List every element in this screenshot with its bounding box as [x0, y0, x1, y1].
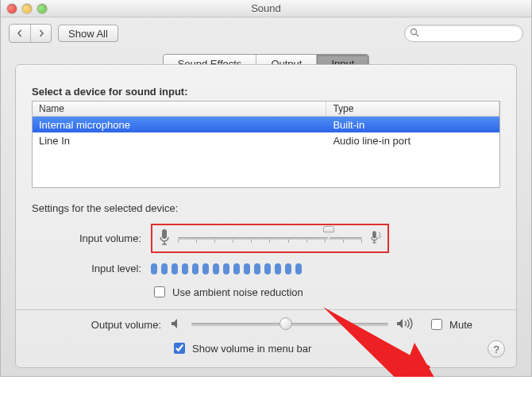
input-level-meter [151, 263, 445, 274]
window-title: Sound [1, 2, 531, 14]
chevron-right-icon [37, 29, 45, 37]
device-row[interactable]: Internal microphone Built-in [33, 117, 499, 132]
help-button[interactable]: ? [488, 340, 505, 358]
ambient-noise-checkbox-row[interactable]: Use ambient noise reduction [151, 284, 445, 300]
divider [16, 309, 516, 310]
nav-back-forward [9, 24, 52, 43]
window-controls [1, 4, 47, 13]
mute-label: Mute [449, 319, 472, 331]
svg-point-12 [380, 236, 381, 237]
show-volume-menubar-label: Show volume in menu bar [192, 343, 311, 355]
sound-prefs-window: Sound Show All Sound Effects Output Inpu… [0, 0, 532, 377]
forward-button[interactable] [30, 25, 51, 42]
device-type: Built-in [326, 119, 499, 131]
close-icon[interactable] [7, 4, 17, 13]
input-device-list[interactable]: Name Type Internal microphone Built-in L… [32, 101, 500, 188]
question-mark-icon: ? [493, 343, 499, 355]
show-volume-menubar-row[interactable]: Show volume in menu bar [171, 340, 500, 356]
titlebar: Sound [1, 0, 531, 17]
settings-heading: Settings for the selected device: [32, 202, 500, 214]
col-header-type[interactable]: Type [326, 102, 499, 116]
list-header: Name Type [33, 102, 499, 117]
device-row[interactable]: Line In Audio line-in port [33, 132, 499, 148]
svg-rect-5 [372, 231, 376, 238]
speaker-loud-icon [396, 318, 414, 332]
show-all-button[interactable]: Show All [58, 25, 118, 42]
input-volume-slider[interactable] [178, 231, 362, 247]
chevron-left-icon [16, 29, 24, 37]
search-input[interactable] [404, 25, 523, 42]
input-volume-highlight [151, 224, 389, 253]
back-button[interactable] [10, 25, 30, 42]
mute-checkbox[interactable] [431, 319, 442, 330]
svg-point-0 [411, 29, 417, 35]
minimize-icon[interactable] [22, 4, 32, 13]
show-volume-menubar-checkbox[interactable] [174, 343, 185, 354]
device-type: Audio line-in port [326, 135, 499, 147]
input-level-label: Input level: [48, 263, 151, 274]
svg-point-9 [379, 235, 380, 236]
device-section-heading: Select a device for sound input: [32, 86, 500, 98]
output-volume-row: Mute [171, 317, 472, 332]
device-name: Line In [33, 135, 326, 147]
output-volume-slider[interactable] [191, 323, 388, 326]
col-header-name[interactable]: Name [33, 102, 326, 116]
mic-quiet-icon [159, 228, 170, 248]
main-panel: Select a device for sound input: Name Ty… [15, 64, 517, 368]
mute-checkbox-row[interactable]: Mute [428, 317, 472, 332]
toolbar: Show All [1, 17, 531, 49]
input-volume-label: Input volume: [48, 232, 151, 244]
search-field-wrap [404, 25, 523, 42]
svg-line-1 [416, 34, 418, 36]
svg-rect-2 [162, 229, 167, 239]
mic-loud-icon [370, 228, 381, 248]
ambient-noise-checkbox[interactable] [154, 286, 165, 297]
ambient-noise-label: Use ambient noise reduction [172, 286, 303, 298]
svg-point-10 [379, 237, 380, 238]
speaker-quiet-icon [171, 318, 183, 332]
svg-point-11 [380, 233, 381, 234]
search-icon [410, 28, 419, 37]
output-volume-label: Output volume: [32, 319, 171, 331]
svg-point-8 [379, 232, 380, 233]
device-name: Internal microphone [33, 119, 326, 131]
zoom-icon[interactable] [37, 4, 47, 13]
